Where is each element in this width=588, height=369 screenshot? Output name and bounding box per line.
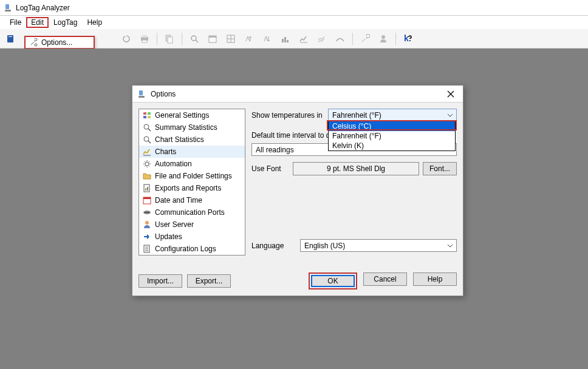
sidebar-item-commports[interactable]: Communication Ports <box>139 206 245 218</box>
toolbar-stats-icon[interactable] <box>279 33 292 45</box>
sidebar-item-filefolders[interactable]: File and Folder Settings <box>139 170 245 182</box>
temperature-combo[interactable]: Fahrenheit (°F) <box>328 109 457 121</box>
toolbar-grid-icon[interactable] <box>225 33 237 45</box>
options-menu-item[interactable]: Options... <box>41 38 72 47</box>
toolbar-sort-asc-icon[interactable] <box>243 33 255 45</box>
svg-text:k: k <box>404 33 409 43</box>
sidebar-item-updates[interactable]: Updates <box>139 231 245 243</box>
chart-icon <box>143 147 151 156</box>
sidebar-item-summary[interactable]: Summary Statistics <box>139 121 245 134</box>
language-value: English (US) <box>304 242 345 250</box>
temp-option-fahrenheit[interactable]: Fahrenheit (°F) <box>329 131 455 141</box>
toolbar-line-icon[interactable] <box>334 33 346 45</box>
sidebar-item-chartstats[interactable]: Chart Statistics <box>139 134 245 146</box>
svg-rect-23 <box>139 90 143 95</box>
sidebar-item-label: Exports and Reports <box>155 183 221 193</box>
dialog-close-button[interactable] <box>443 87 458 101</box>
menu-help[interactable]: Help <box>82 17 107 28</box>
chevron-down-icon <box>446 242 454 250</box>
svg-rect-26 <box>148 112 151 115</box>
temperature-value: Fahrenheit (°F) <box>332 111 381 120</box>
cancel-button[interactable]: Cancel <box>363 273 407 286</box>
temp-option-celsius[interactable]: Celsius (°C) <box>329 121 455 131</box>
sidebar-item-configlogs[interactable]: Configuration Logs <box>139 243 245 255</box>
interval-label: Default time interval to dis <box>251 131 335 140</box>
titlebar: LogTag Analyzer <box>0 0 588 16</box>
gear-icon <box>143 160 151 168</box>
toolbar-calendar-icon[interactable] <box>207 33 219 45</box>
sidebar-item-label: Automation <box>155 159 192 169</box>
sidebar-item-exports[interactable]: Exports and Reports <box>139 182 245 194</box>
import-button[interactable]: Import... <box>138 274 182 288</box>
language-combo[interactable]: English (US) <box>300 239 457 252</box>
report-icon <box>143 184 151 192</box>
close-icon <box>447 90 454 98</box>
svg-line-32 <box>148 141 151 143</box>
svg-point-31 <box>144 137 149 141</box>
options-dialog: Options General Settings Summary Statist… <box>132 85 463 296</box>
folder-icon <box>143 172 151 180</box>
svg-point-21 <box>409 40 411 41</box>
toolbar-multichart-icon[interactable] <box>316 33 328 45</box>
toolbar-book-icon[interactable] <box>5 33 17 45</box>
options-icon <box>29 38 38 47</box>
svg-rect-27 <box>143 116 146 118</box>
toolbar-print-icon[interactable] <box>138 33 151 45</box>
sidebar-item-label: Configuration Logs <box>155 244 216 254</box>
svg-rect-2 <box>7 35 13 42</box>
log-icon <box>143 245 151 253</box>
temp-option-kelvin[interactable]: Kelvin (K) <box>329 141 455 151</box>
export-button[interactable]: Export... <box>187 274 231 288</box>
sidebar-item-label: General Settings <box>155 110 209 120</box>
sidebar-item-automation[interactable]: Automation <box>139 158 245 170</box>
magnifier-icon <box>143 123 151 132</box>
form-area: Show temperatures in Fahrenheit (°F) Cel… <box>251 109 457 256</box>
svg-rect-34 <box>144 184 149 192</box>
menu-file[interactable]: File <box>5 17 26 28</box>
toolbar-chart-icon[interactable] <box>298 33 310 45</box>
ok-highlight: OK <box>309 273 357 289</box>
ok-button[interactable]: OK <box>311 275 355 287</box>
sidebar-item-charts[interactable]: Charts <box>139 146 245 158</box>
svg-point-9 <box>191 36 196 41</box>
svg-rect-17 <box>284 37 286 42</box>
sidebar-item-label: File and Folder Settings <box>155 171 232 181</box>
toolbar-user-icon[interactable] <box>377 33 389 45</box>
port-icon <box>143 208 151 217</box>
svg-rect-6 <box>142 40 147 42</box>
font-display: 9 pt. MS Shell Dlg <box>293 162 419 175</box>
svg-rect-35 <box>145 188 146 191</box>
svg-rect-1 <box>5 10 11 12</box>
font-button[interactable]: Font... <box>423 162 457 175</box>
toolbar-zoom-icon[interactable] <box>188 33 200 45</box>
sidebar-item-datetime[interactable]: Date and Time <box>139 194 245 206</box>
arrow-icon <box>143 232 151 241</box>
dialog-footer: Import... Export... OK Cancel Help <box>138 273 457 289</box>
menu-logtag[interactable]: LogTag <box>49 17 82 28</box>
options-sidebar: General Settings Summary Statistics Char… <box>138 109 245 256</box>
sidebar-item-label: User Server <box>155 220 194 229</box>
svg-point-19 <box>381 35 385 39</box>
help-button[interactable]: Help <box>413 273 457 286</box>
sidebar-item-general[interactable]: General Settings <box>139 109 245 121</box>
toolbar-tools-icon[interactable] <box>359 33 371 45</box>
toolbar-refresh-icon[interactable] <box>120 33 132 45</box>
svg-rect-38 <box>143 197 151 199</box>
svg-point-29 <box>144 124 149 129</box>
dialog-icon <box>137 90 146 98</box>
svg-line-30 <box>148 129 151 131</box>
svg-point-22 <box>35 44 37 46</box>
svg-point-42 <box>148 212 149 213</box>
toolbar-copy-icon[interactable] <box>163 33 176 45</box>
svg-rect-5 <box>142 35 147 38</box>
svg-point-41 <box>146 212 148 213</box>
sidebar-item-label: Date and Time <box>155 195 202 205</box>
interval-value: All readings <box>256 146 294 154</box>
svg-point-40 <box>145 212 146 213</box>
sidebar-item-userserver[interactable]: User Server <box>139 218 245 231</box>
toolbar-sort-desc-icon[interactable] <box>261 33 273 45</box>
svg-rect-28 <box>148 116 151 118</box>
app-title: LogTag Analyzer <box>16 4 70 12</box>
menu-edit[interactable]: Edit <box>26 17 49 28</box>
toolbar-help-icon[interactable]: k <box>402 33 414 45</box>
